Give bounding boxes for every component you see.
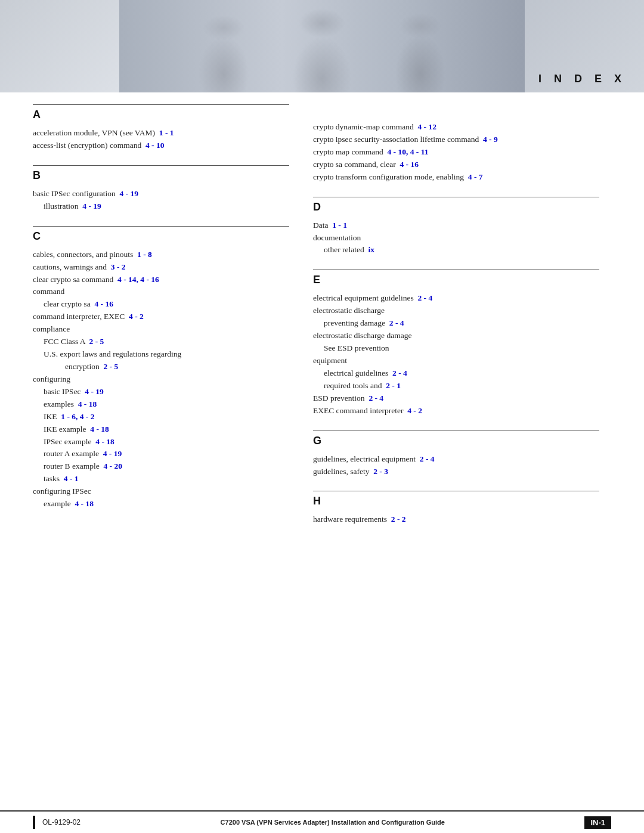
entry-crypto-sa-clear: crypto sa command, clear 4 - 16 [313,159,599,171]
link-configuring-ike-example[interactable]: 4 - 18 [90,425,109,433]
footer-page: IN-1 [584,816,611,829]
link-crypto-transform[interactable]: 4 - 7 [468,172,483,181]
link-clear-crypto[interactable]: 4 - 14, 4 - 16 [117,275,159,284]
entry-hardware-requirements: hardware requirements 2 - 2 [313,513,599,526]
link-command-interpreter[interactable]: 4 - 2 [129,312,144,321]
footer-title: C7200 VSA (VPN Services Adapter) Install… [80,819,584,826]
section-g: G guidelines, electrical equipment 2 - 4… [313,431,599,478]
link-configuring-ipsec-example[interactable]: 4 - 18 [95,437,114,446]
link-hardware-requirements[interactable]: 2 - 2 [391,515,406,524]
link-configuring-examples[interactable]: 4 - 18 [78,400,97,408]
section-d: D Data 1 - 1 documentation other related… [313,197,599,257]
link-basic-ipsec[interactable]: 4 - 19 [119,189,138,198]
link-equipment-electrical[interactable]: 2 - 4 [392,368,407,377]
entry-compliance: compliance [33,323,289,336]
letter-e: E [313,274,599,286]
index-title: I N D E X [538,73,626,85]
link-crypto-map[interactable]: 4 - 10, 4 - 11 [387,147,428,156]
entry-command: command [33,286,289,298]
divider-a [33,104,289,105]
link-clear-crypto-sa[interactable]: 4 - 16 [94,299,113,308]
entry-basic-ipsec: basic IPSec configuration 4 - 19 [33,188,289,200]
link-cables[interactable]: 1 - 8 [137,250,152,259]
entry-clear-crypto-sa: clear crypto sa 4 - 16 [44,298,289,311]
link-required-tools[interactable]: 2 - 1 [386,381,401,390]
entry-esd: electrostatic discharge [313,305,599,317]
letter-g: G [313,435,599,447]
entry-configuring-ipsec-ex: example 4 - 18 [44,498,289,510]
divider-b [33,165,289,166]
entry-us-export: U.S. export laws and regulations regardi… [44,348,289,373]
link-electrical-guidelines[interactable]: 2 - 4 [417,293,432,302]
link-configuring-router-b[interactable]: 4 - 20 [103,462,122,470]
main-content: A acceleration module, VPN (see VAM) 1 -… [0,92,644,575]
link-preventing-damage[interactable]: 2 - 4 [389,318,404,327]
footer-left: OL-9129-02 [33,816,80,829]
divider-h [313,491,599,491]
header-image: I N D E X [0,0,644,92]
link-configuring-router-a[interactable]: 4 - 19 [103,449,122,458]
entry-fcc: FCC Class A 2 - 5 [44,336,289,348]
link-crypto-dynamic-map[interactable]: 4 - 12 [417,122,436,131]
link-configuring-basic-ipsec[interactable]: 4 - 19 [85,387,104,396]
entry-configuring-ipsec: configuring IPSec [33,485,289,498]
entry-configuring-examples: examples 4 - 18 [44,398,289,411]
entry-other-related: other related ix [324,244,599,256]
entry-clear-crypto: clear crypto sa command 4 - 14, 4 - 16 [33,274,289,286]
entry-configuring-ike: IKE 1 - 6, 4 - 2 [44,411,289,423]
footer-bar [33,816,35,829]
link-crypto-ipsec-sa[interactable]: 4 - 9 [483,135,498,144]
link-guidelines-safety[interactable]: 2 - 3 [373,467,388,476]
divider-d [313,197,599,197]
entry-equipment-electrical: electrical guidelines 2 - 4 [324,367,599,380]
entry-electrical-guidelines: electrical equipment guidelines 2 - 4 [313,292,599,305]
link-fcc[interactable]: 2 - 5 [89,337,104,346]
entry-configuring-router-b: router B example 4 - 20 [44,460,289,473]
entry-configuring-tasks: tasks 4 - 1 [44,473,289,485]
link-acceleration[interactable]: 1 - 1 [159,128,174,137]
section-c: C cables, connectors, and pinouts 1 - 8 … [33,226,289,510]
link-crypto-sa-clear[interactable]: 4 - 16 [400,160,419,169]
entry-see-esd: See ESD prevention [324,342,599,355]
entry-configuring-router-a: router A example 4 - 19 [44,448,289,460]
letter-a: A [33,109,289,121]
letter-b: B [33,169,289,182]
link-guidelines-electrical[interactable]: 2 - 4 [420,454,435,463]
entry-exec-command: EXEC command interpreter 4 - 2 [313,405,599,417]
entry-illustration: illustration 4 - 19 [44,200,289,213]
entry-configuring-basic-ipsec: basic IPSec 4 - 19 [44,386,289,398]
entry-cables: cables, connectors, and pinouts 1 - 8 [33,249,289,261]
link-configuring-ike[interactable]: 1 - 6, 4 - 2 [61,412,94,421]
link-data[interactable]: 1 - 1 [332,221,347,230]
entry-crypto-map: crypto map command 4 - 10, 4 - 11 [313,146,599,159]
footer-doc-number: OL-9129-02 [42,818,80,826]
section-a: A acceleration module, VPN (see VAM) 1 -… [33,104,289,152]
entry-crypto-transform: crypto transform configuration mode, ena… [313,171,599,184]
section-b: B basic IPSec configuration 4 - 19 illus… [33,165,289,213]
link-us-export[interactable]: 2 - 5 [103,362,118,371]
link-access-list[interactable]: 4 - 10 [145,141,165,150]
entry-data: Data 1 - 1 [313,219,599,232]
link-illustration[interactable]: 4 - 19 [82,202,101,210]
entry-command-interpreter: command interpreter, EXEC 4 - 2 [33,311,289,323]
footer: OL-9129-02 C7200 VSA (VPN Services Adapt… [0,810,644,833]
entry-esd-prevention: ESD prevention 2 - 4 [313,392,599,405]
section-e: E electrical equipment guidelines 2 - 4 … [313,270,599,417]
link-esd-prevention[interactable]: 2 - 4 [369,394,383,402]
entry-documentation: documentation [313,232,599,244]
divider-c [33,226,289,227]
crypto-section: crypto dynamic-map command 4 - 12 crypto… [313,121,599,184]
entry-crypto-ipsec-sa: crypto ipsec security-association lifeti… [313,134,599,146]
entry-access-list: access-list (encryption) command 4 - 10 [33,140,289,152]
link-exec-command[interactable]: 4 - 2 [407,406,422,415]
entry-crypto-dynamic-map: crypto dynamic-map command 4 - 12 [313,121,599,134]
entry-preventing-damage: preventing damage 2 - 4 [324,317,599,330]
entry-guidelines-safety: guidelines, safety 2 - 3 [313,466,599,478]
divider-e [313,270,599,270]
link-configuring-tasks[interactable]: 4 - 1 [64,474,79,483]
link-other-related[interactable]: ix [369,245,375,254]
entry-guidelines-electrical: guidelines, electrical equipment 2 - 4 [313,453,599,466]
link-configuring-ipsec-ex[interactable]: 4 - 18 [75,499,94,508]
entry-acceleration: acceleration module, VPN (see VAM) 1 - 1 [33,127,289,140]
link-cautions[interactable]: 3 - 2 [111,262,126,271]
